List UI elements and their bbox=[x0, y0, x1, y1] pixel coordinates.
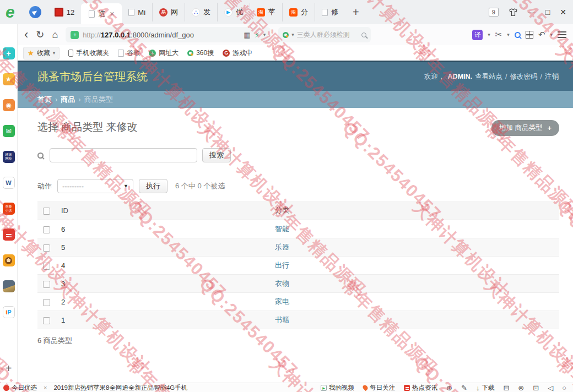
pinned-tab-navigation[interactable] bbox=[23, 6, 48, 18]
school-app-icon[interactable]: 环球网校 bbox=[3, 151, 15, 163]
hot-news[interactable]: 热点资讯 bbox=[404, 384, 437, 392]
changelist-search-input[interactable] bbox=[50, 148, 197, 162]
translate-dropdown-icon[interactable]: ▾ bbox=[488, 32, 490, 37]
pen-icon[interactable]: ✎ bbox=[461, 384, 467, 391]
row-checkbox[interactable] bbox=[43, 299, 50, 306]
bookmark-360-search[interactable]: 360搜 bbox=[187, 48, 214, 58]
bookmark-phone-folder[interactable]: 手机收藏夹 bbox=[68, 48, 109, 58]
site-title[interactable]: 跳蚤市场后台管理系统 bbox=[37, 69, 148, 84]
translate-icon[interactable]: 译 bbox=[472, 30, 483, 40]
tab-close-icon[interactable]: × bbox=[110, 9, 114, 18]
speed-bolt-icon[interactable]: ⚡ bbox=[255, 31, 260, 39]
printer-icon[interactable]: ⊟ bbox=[503, 384, 509, 391]
download-manager[interactable]: ↓下载 bbox=[476, 384, 495, 392]
pinned-tab-12[interactable]: 12 bbox=[48, 8, 81, 17]
games-app-icon[interactable]: + bbox=[3, 47, 15, 59]
breadcrumb-section[interactable]: 商品 bbox=[61, 95, 75, 105]
network-icon[interactable]: ⊜ bbox=[518, 384, 524, 391]
category-link[interactable]: 智能 bbox=[275, 225, 289, 233]
new-tab-button[interactable]: + bbox=[345, 6, 367, 19]
favorites-app-icon[interactable]: ★ bbox=[3, 73, 15, 85]
game-screenshot-app-icon[interactable] bbox=[3, 280, 15, 292]
category-link[interactable]: 乐器 bbox=[275, 243, 289, 251]
monkey-game-app-icon[interactable] bbox=[3, 254, 15, 266]
free-novel-app-icon[interactable]: 免费小说 bbox=[3, 203, 15, 215]
table-row: 6 智能 bbox=[37, 220, 559, 238]
category-link[interactable]: 出行 bbox=[275, 261, 289, 269]
today-picks[interactable]: 今日优选 bbox=[3, 384, 37, 392]
address-dropdown-icon[interactable]: ▾ bbox=[263, 32, 266, 37]
minimize-button[interactable]: — bbox=[528, 8, 536, 17]
tab-taobao-share[interactable]: 淘 分 bbox=[282, 3, 315, 21]
action-select[interactable]: --------- ▼ bbox=[57, 179, 133, 193]
home-button[interactable]: ⌂ bbox=[52, 30, 58, 40]
find-in-page-icon[interactable] bbox=[515, 32, 521, 38]
theme-shirt-icon[interactable] bbox=[509, 8, 518, 17]
history-icon[interactable]: ○ bbox=[562, 384, 566, 391]
weibo-app-icon[interactable]: ◉ bbox=[3, 99, 15, 111]
search-submit-button[interactable]: 搜索 bbox=[202, 148, 231, 162]
category-link[interactable]: 书籍 bbox=[275, 315, 289, 324]
address-bar[interactable]: + http://127.0.0.1:8000/admin/df_goo ▦ ⚡… bbox=[66, 27, 271, 42]
breadcrumb-home[interactable]: 首页 bbox=[37, 95, 52, 105]
row-checkbox[interactable] bbox=[43, 281, 50, 288]
refresh-button[interactable]: ↻ bbox=[36, 30, 44, 40]
back-button[interactable]: ‹ bbox=[24, 29, 28, 41]
undo-icon[interactable]: ↶ bbox=[538, 30, 545, 40]
qr-code-icon[interactable]: ▦ bbox=[244, 31, 250, 39]
promo-link[interactable]: 2019新店热销苹果8全网通全新正品智能4G手机 bbox=[53, 384, 187, 392]
tab-label: Mi bbox=[138, 8, 145, 17]
search-engine-dropdown-icon[interactable]: ▾ bbox=[291, 32, 294, 37]
red-packet-app-icon[interactable] bbox=[3, 228, 15, 241]
column-header-category[interactable]: 分类 bbox=[269, 201, 559, 220]
promo-close-icon[interactable]: × bbox=[44, 384, 47, 391]
tab-count-badge[interactable]: 9 bbox=[489, 8, 499, 17]
add-category-button[interactable]: 增加 商品类型 + bbox=[491, 120, 559, 136]
my-videos[interactable]: ▶我的视频 bbox=[321, 384, 354, 392]
row-checkbox[interactable] bbox=[43, 263, 50, 270]
mail-app-icon[interactable]: ✉ bbox=[3, 125, 15, 137]
bookmark-sites[interactable]: +网址大 bbox=[149, 48, 179, 58]
apps-grid-icon[interactable] bbox=[526, 31, 533, 39]
word-doc-app-icon[interactable]: W bbox=[3, 177, 15, 189]
browser-logo-icon[interactable]: e bbox=[6, 4, 15, 20]
view-site-link[interactable]: 查看站点 bbox=[475, 72, 502, 81]
window-icon[interactable]: ⊡ bbox=[533, 384, 539, 391]
bookmark-favorites[interactable]: ★收藏▾ bbox=[23, 47, 60, 59]
row-checkbox[interactable] bbox=[43, 244, 50, 252]
toolbar-search-box[interactable]: ▾ bbox=[278, 27, 371, 42]
tab-netease[interactable]: 易 网 bbox=[152, 3, 185, 21]
change-password-link[interactable]: 修改密码 bbox=[510, 72, 538, 81]
page-icon bbox=[89, 10, 95, 18]
scissors-dropdown-icon[interactable]: ▾ bbox=[507, 32, 510, 37]
category-link[interactable]: 家电 bbox=[275, 297, 289, 306]
search-engine-icon[interactable] bbox=[283, 32, 289, 38]
bookmark-google[interactable]: 谷歌 bbox=[118, 48, 140, 58]
daily-follow[interactable]: 每日关注 bbox=[363, 384, 395, 392]
maximize-button[interactable]: □ bbox=[545, 8, 550, 17]
tab-youku[interactable]: ▶ 优 bbox=[217, 3, 250, 21]
tab-active-category-list[interactable]: 选 × bbox=[81, 3, 122, 24]
pp-video-app-icon[interactable]: iP bbox=[3, 306, 15, 318]
undo-dropdown-icon[interactable]: ▾ bbox=[550, 32, 553, 37]
toolbar-search-input[interactable] bbox=[297, 31, 359, 39]
tab-mi[interactable]: Mi bbox=[122, 3, 152, 21]
circle-plus-icon[interactable]: ⊕ bbox=[446, 384, 452, 391]
volume-icon[interactable]: ◁ bbox=[548, 384, 553, 391]
row-checkbox[interactable] bbox=[43, 317, 50, 324]
column-header-id[interactable]: ID bbox=[56, 201, 269, 220]
tab-edit[interactable]: 修 bbox=[315, 3, 345, 21]
tab-baidu[interactable]: ∴ 发 bbox=[185, 3, 217, 21]
close-button[interactable]: ✕ bbox=[560, 8, 566, 17]
add-app-button[interactable]: + bbox=[6, 362, 12, 375]
screenshot-scissors-icon[interactable]: ✂ bbox=[495, 30, 502, 40]
logout-link[interactable]: 注销 bbox=[545, 72, 559, 81]
row-checkbox[interactable] bbox=[43, 226, 50, 233]
category-link[interactable]: 衣物 bbox=[275, 279, 289, 287]
search-icon[interactable] bbox=[361, 32, 366, 37]
action-go-button[interactable]: 执行 bbox=[139, 179, 167, 193]
menu-icon[interactable] bbox=[558, 31, 566, 32]
tab-taobao-apple[interactable]: 淘 苹 bbox=[250, 3, 282, 21]
bookmark-game-center[interactable]: G游戏中 bbox=[223, 48, 252, 58]
select-all-checkbox[interactable] bbox=[43, 208, 50, 215]
